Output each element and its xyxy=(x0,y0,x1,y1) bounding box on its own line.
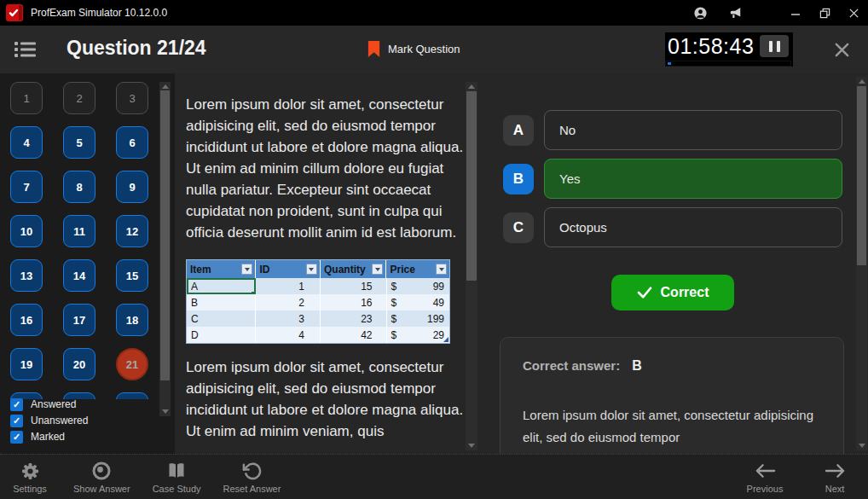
question-content: Lorem ipsum dolor sit amet, consectetur … xyxy=(175,73,477,454)
question-button-7[interactable]: 7 xyxy=(10,171,43,203)
answer-option-a[interactable]: A No xyxy=(503,110,842,150)
question-button-24[interactable]: 24 xyxy=(116,392,148,399)
reset-answer-button[interactable]: Reset Answer xyxy=(223,461,281,494)
question-button-12[interactable]: 12 xyxy=(116,215,148,247)
timer-progress-fill xyxy=(668,62,671,65)
question-button-15[interactable]: 15 xyxy=(116,259,148,292)
filter-marked[interactable]: Marked xyxy=(10,430,88,444)
question-button-5[interactable]: 5 xyxy=(63,126,95,159)
option-letter-badge[interactable]: A xyxy=(503,115,534,146)
case-study-label: Case Study xyxy=(153,484,201,494)
scroll-up-icon[interactable] xyxy=(468,84,475,89)
scroll-up-icon[interactable] xyxy=(859,79,865,84)
question-button-14[interactable]: 14 xyxy=(63,259,95,292)
question-button-13[interactable]: 13 xyxy=(10,259,43,292)
next-label: Next xyxy=(825,484,845,494)
answers-panel: A No B Yes C Octopus Correct Correct ans… xyxy=(477,73,868,454)
bottom-toolbar: Settings Show Answer Cas xyxy=(0,454,868,499)
sidebar-scrollbar[interactable] xyxy=(159,82,171,416)
option-text: Octopus xyxy=(559,220,607,235)
option-text-box-correct[interactable]: Yes xyxy=(544,159,842,199)
table-header-price: Price xyxy=(390,264,414,276)
result-correct-button[interactable]: Correct xyxy=(611,275,734,310)
megaphone-icon[interactable] xyxy=(721,0,750,26)
option-text-box[interactable]: Octopus xyxy=(544,207,842,247)
question-button-3[interactable]: 3 xyxy=(116,82,148,114)
question-button-6[interactable]: 6 xyxy=(116,126,148,159)
filter-unanswered[interactable]: Unanswered xyxy=(10,414,88,427)
app-logo-icon xyxy=(6,4,23,21)
filter-dropdown-icon xyxy=(306,264,317,275)
case-study-button[interactable]: Case Study xyxy=(153,461,201,494)
close-window-button[interactable] xyxy=(839,0,868,26)
question-button-17[interactable]: 17 xyxy=(63,304,95,336)
question-button-9[interactable]: 9 xyxy=(116,171,148,203)
scroll-down-icon[interactable] xyxy=(859,444,865,448)
question-button-20[interactable]: 20 xyxy=(63,348,95,380)
pause-icon xyxy=(769,41,773,52)
question-button-4[interactable]: 4 xyxy=(10,126,43,159)
scroll-down-icon[interactable] xyxy=(162,409,169,414)
close-exam-button[interactable] xyxy=(829,38,854,61)
pause-button[interactable] xyxy=(760,35,789,57)
open-book-icon xyxy=(166,461,187,481)
mark-question-button[interactable]: Mark Question xyxy=(367,40,460,58)
question-table-image: Item ID Quantity Price A 1 15 $99 B 2 16… xyxy=(186,259,450,344)
legend-filters: Answered Unanswered Marked xyxy=(10,397,88,446)
answer-option-b-selected-correct[interactable]: B Yes xyxy=(503,159,842,199)
answer-option-c[interactable]: C Octopus xyxy=(503,207,842,247)
question-button-2[interactable]: 2 xyxy=(63,82,95,114)
table-row: B 2 16 $49 xyxy=(187,294,449,310)
show-answer-label: Show Answer xyxy=(73,484,130,494)
question-button-11[interactable]: 11 xyxy=(63,215,95,247)
option-letter-badge[interactable]: C xyxy=(503,212,534,243)
question-button-16[interactable]: 16 xyxy=(10,304,43,336)
checkbox-answered[interactable] xyxy=(10,398,23,411)
question-grid: 1 2 3 4 5 6 7 8 9 10 11 12 13 14 15 16 1… xyxy=(10,82,150,399)
show-answer-button[interactable]: Show Answer xyxy=(73,461,130,494)
question-button-18[interactable]: 18 xyxy=(116,304,148,336)
settings-button[interactable]: Settings xyxy=(9,461,51,494)
filter-dropdown-icon xyxy=(436,264,447,275)
page-title: Question 21/24 xyxy=(67,37,206,60)
question-list-icon[interactable] xyxy=(14,39,38,60)
previous-button[interactable]: Previous xyxy=(744,461,786,494)
content-scrollbar-thumb[interactable] xyxy=(466,91,477,281)
question-button-19[interactable]: 19 xyxy=(10,348,43,380)
scroll-down-icon[interactable] xyxy=(468,444,475,448)
user-account-icon[interactable] xyxy=(686,0,715,26)
check-icon xyxy=(637,287,652,299)
sidebar-scrollbar-thumb[interactable] xyxy=(160,90,170,380)
bookmark-icon xyxy=(367,40,381,58)
filter-dropdown-icon xyxy=(372,264,383,275)
table-selected-cell: A xyxy=(187,278,256,294)
timer-progress-bar xyxy=(665,61,791,67)
option-letter-badge-selected[interactable]: B xyxy=(503,164,534,194)
eye-icon xyxy=(91,461,112,481)
content-scrollbar[interactable] xyxy=(466,82,477,450)
checkbox-marked[interactable] xyxy=(10,431,23,444)
question-paragraph-2: Lorem ipsum dolor sit amet, consectetur … xyxy=(186,357,469,442)
table-resize-handle xyxy=(443,337,448,342)
checkbox-unanswered[interactable] xyxy=(10,415,23,427)
question-navigator: 1 2 3 4 5 6 7 8 9 10 11 12 13 14 15 16 1… xyxy=(0,73,175,454)
question-button-1[interactable]: 1 xyxy=(10,82,43,114)
mark-question-label: Mark Question xyxy=(388,43,460,55)
minimize-button[interactable] xyxy=(781,0,810,26)
filter-answered[interactable]: Answered xyxy=(10,397,88,411)
scroll-up-icon[interactable] xyxy=(162,84,169,89)
option-text-box[interactable]: No xyxy=(544,110,842,150)
table-header-item: Item xyxy=(190,264,211,276)
next-button[interactable]: Next xyxy=(813,461,856,494)
timer: 01:58:43 xyxy=(665,32,793,67)
exam-header: Question 21/24 Mark Question 01:58:43 xyxy=(0,26,868,73)
panel-scrollbar[interactable] xyxy=(856,77,867,450)
restore-button[interactable] xyxy=(810,0,839,26)
panel-scrollbar-thumb[interactable] xyxy=(857,86,866,265)
question-button-8[interactable]: 8 xyxy=(63,171,95,203)
answer-options: A No B Yes C Octopus xyxy=(503,110,842,256)
option-text: No xyxy=(559,123,576,137)
question-button-21-current[interactable]: 21 xyxy=(116,348,148,380)
timer-value: 01:58:43 xyxy=(665,34,754,59)
question-button-10[interactable]: 10 xyxy=(10,215,43,247)
